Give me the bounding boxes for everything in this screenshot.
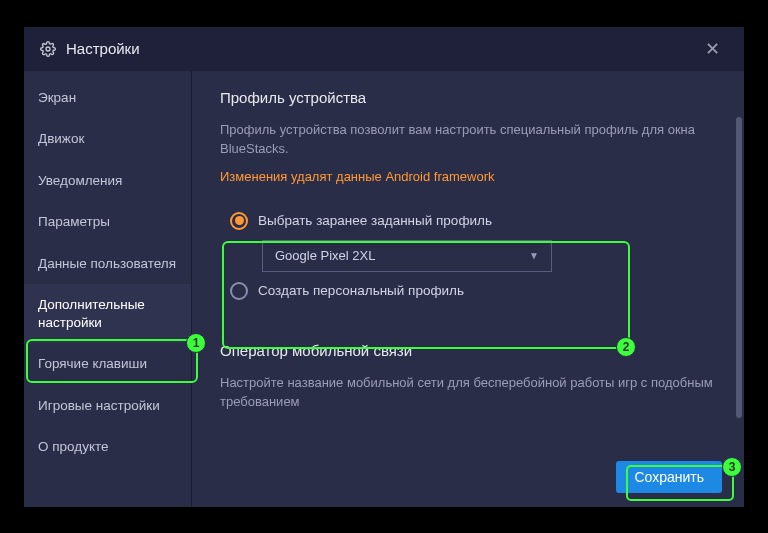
radio-preset-label: Выбрать заранее заданный профиль [258,213,492,228]
svg-point-0 [46,47,50,51]
device-profile-desc: Профиль устройства позволит вам настроит… [220,120,716,159]
scrollbar[interactable] [736,117,742,503]
close-icon[interactable]: ✕ [697,34,728,64]
profile-selection-box: Выбрать заранее заданный профиль Google … [220,198,716,316]
sidebar-item-screen[interactable]: Экран [24,77,191,119]
sidebar-item-hotkeys[interactable]: Горячие клавиши [24,343,191,385]
sidebar-item-game[interactable]: Игровые настройки [24,385,191,427]
gear-icon [40,41,56,57]
sidebar-item-engine[interactable]: Движок [24,118,191,160]
titlebar: Настройки ✕ [24,27,744,71]
radio-custom-label: Создать персональный профиль [258,283,464,298]
preset-profile-value: Google Pixel 2XL [275,248,375,263]
device-profile-title: Профиль устройства [220,89,716,106]
radio-custom-profile[interactable] [230,282,248,300]
framework-warning: Изменения удалят данные Android framewor… [220,169,716,184]
carrier-desc: Настройте название мобильной сети для бе… [220,373,716,412]
sidebar-item-userdata[interactable]: Данные пользователя [24,243,191,285]
scrollbar-thumb[interactable] [736,117,742,418]
sidebar: Экран Движок Уведомления Параметры Данны… [24,71,192,507]
window-title: Настройки [66,40,140,57]
sidebar-item-about[interactable]: О продукте [24,426,191,468]
save-button[interactable]: Сохранить [616,461,722,493]
sidebar-item-notifications[interactable]: Уведомления [24,160,191,202]
radio-preset-profile[interactable] [230,212,248,230]
preset-profile-select[interactable]: Google Pixel 2XL ▼ [262,240,552,272]
content-panel: Профиль устройства Профиль устройства по… [192,71,744,507]
settings-window: Настройки ✕ Экран Движок Уведомления Пар… [24,27,744,507]
sidebar-item-parameters[interactable]: Параметры [24,201,191,243]
chevron-down-icon: ▼ [529,250,539,261]
sidebar-item-advanced[interactable]: Дополнительные настройки [24,284,191,343]
carrier-title: Оператор мобильной связи [220,342,716,359]
